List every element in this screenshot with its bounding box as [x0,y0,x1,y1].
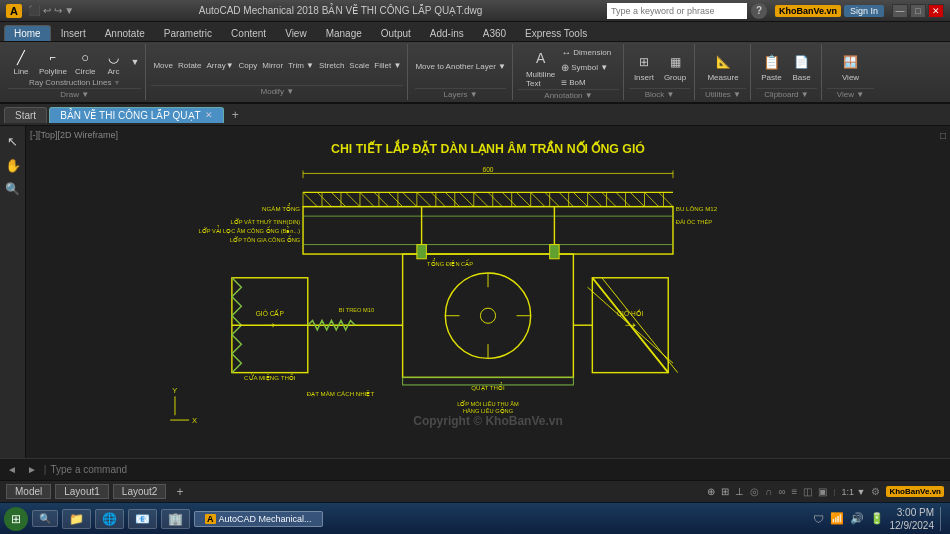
command-nav-right[interactable]: ► [24,464,40,475]
viewport-label: [-][Top][2D Wireframe] [30,130,118,140]
tab-annotate[interactable]: Annotate [96,26,154,41]
tab-insert[interactable]: Insert [52,26,95,41]
move-button[interactable]: Move [151,61,175,70]
draw-group-label: Draw ▼ [8,88,141,99]
grid-icon[interactable]: ⊞ [721,486,729,497]
clock-time[interactable]: 3:00 PM 12/9/2024 [890,506,935,532]
show-desktop-button[interactable] [940,507,946,531]
transparency-icon[interactable]: ◫ [803,486,812,497]
command-input[interactable] [50,464,946,475]
status-tab-layout2[interactable]: Layout2 [113,484,167,499]
circle-button[interactable]: ○ Circle [72,46,98,77]
close-button[interactable]: ✕ [928,4,944,18]
selection-icon[interactable]: ▣ [818,486,827,497]
multiline-text-button[interactable]: A MultilineText [524,45,557,89]
insert-block-button[interactable]: ⊞ Insert [630,50,658,83]
polyline-button[interactable]: ⌐ Polyline [36,46,70,77]
command-nav-left[interactable]: ◄ [4,464,20,475]
svg-text:600: 600 [482,166,493,173]
tab-manage[interactable]: Manage [317,26,371,41]
construction-lines-button[interactable]: Construction Lines [45,78,111,87]
status-tab-layout1[interactable]: Layout1 [55,484,109,499]
help-button[interactable]: ? [751,3,767,19]
workspace-icon[interactable]: ⚙ [871,486,880,497]
taskbar-teams[interactable]: 🏢 [161,509,190,529]
tab-a360[interactable]: A360 [474,26,515,41]
scale-button[interactable]: Scale [347,61,371,70]
rotate-button[interactable]: Rotate [176,61,204,70]
status-tab-model[interactable]: Model [6,484,51,499]
move-to-layer-button[interactable]: Move to Another Layer ▼ [415,62,506,71]
maximize-viewport-button[interactable]: □ [940,130,946,141]
svg-text:NGÀM TỔNG: NGÀM TỔNG [262,203,300,212]
tool-select[interactable]: ↖ [2,130,24,152]
tray-antivirus[interactable]: 🛡 [813,513,824,525]
tab-close-icon[interactable]: ✕ [205,110,213,120]
svg-text:BU LÔNG M12: BU LÔNG M12 [676,205,718,212]
tab-start[interactable]: Start [4,107,47,123]
osnap-icon[interactable]: ∩ [765,486,772,497]
minimize-button[interactable]: — [892,4,908,18]
tray-volume[interactable]: 🔊 [850,512,864,525]
copy-button[interactable]: Copy [237,61,260,70]
view-button[interactable]: 🪟 View [837,50,865,83]
ribbon-group-view: 🪟 View View ▼ [823,44,878,100]
tab-view[interactable]: View [276,26,316,41]
tool-zoom[interactable]: 🔍 [2,178,24,200]
file-tabs: Start BẢN VẼ THI CÔNG LẮP QUẠT ✕ + [0,104,950,126]
signin-button[interactable]: Sign In [844,5,884,17]
taskbar-file-explorer[interactable]: 📁 [62,509,91,529]
paste-button[interactable]: 📋 Paste [758,50,786,83]
svg-rect-77 [417,245,426,259]
arc-button[interactable]: ◡ Arc [100,46,126,77]
measure-button[interactable]: 📐 Measure [704,50,741,83]
layers-group-label: Layers ▼ [415,88,506,99]
clipboard-group-label: Clipboard ▼ [756,88,817,99]
dimension-button[interactable]: ↔ Dimension [559,46,613,59]
view-group-label: View ▼ [827,88,874,99]
ortho-icon[interactable]: ⊥ [735,486,744,497]
tab-output[interactable]: Output [372,26,420,41]
ribbon-content: ╱ Line ⌐ Polyline ○ Circle ◡ Arc ▼ [0,42,950,104]
base-button[interactable]: 📄 Base [788,50,816,83]
mirror-button[interactable]: Mirror [260,61,285,70]
new-tab-button[interactable]: + [226,106,245,124]
taskbar-browser[interactable]: 🌐 [95,509,124,529]
tool-pan[interactable]: ✋ [2,154,24,176]
tray-network[interactable]: 📶 [830,512,844,525]
fillet-button[interactable]: Fillet ▼ [372,61,403,70]
otrack-icon[interactable]: ∞ [778,486,785,497]
line-button[interactable]: ╱ Line [8,46,34,77]
linewt-icon[interactable]: ≡ [792,486,798,497]
group-button[interactable]: ▦ Group [661,50,689,83]
tab-parametric[interactable]: Parametric [155,26,221,41]
add-layout-button[interactable]: + [170,484,189,500]
bom-button[interactable]: ≡ BoM [559,76,613,89]
ribbon-group-annotation: A MultilineText ↔ Dimension ⊕ Symbol ▼ ≡… [514,44,624,100]
symbol-button[interactable]: ⊕ Symbol ▼ [559,61,613,74]
canvas-area[interactable]: [-][Top][2D Wireframe] □ CHI TIẾT LẮP ĐẶ… [26,126,950,458]
stretch-button[interactable]: Stretch [317,61,346,70]
svg-text:→: → [261,315,278,334]
tab-expresstools[interactable]: Express Tools [516,26,596,41]
maximize-button[interactable]: □ [910,4,926,18]
annotation-scale[interactable]: 1:1 ▼ [842,487,866,497]
taskbar-mail[interactable]: 📧 [128,509,157,529]
svg-text:ĐẠT MÀM CÁCH NHIỆT: ĐẠT MÀM CÁCH NHIỆT [307,390,375,398]
taskbar-search[interactable]: 🔍 [32,510,58,527]
array-button[interactable]: Array▼ [205,61,236,70]
tab-home[interactable]: Home [4,25,51,41]
search-input[interactable] [607,3,747,19]
status-bar: Model Layout1 Layout2 + ⊕ ⊞ ⊥ ◎ ∩ ∞ ≡ ◫ … [0,480,950,502]
tab-content[interactable]: Content [222,26,275,41]
tab-drawing[interactable]: BẢN VẼ THI CÔNG LẮP QUẠT ✕ [49,107,224,123]
tab-addins[interactable]: Add-ins [421,26,473,41]
tray-battery[interactable]: 🔋 [870,512,884,525]
taskbar-autocad[interactable]: A AutoCAD Mechanical... [194,511,323,527]
windows-start-button[interactable]: ⊞ [4,507,28,531]
ray-button[interactable]: Ray [29,78,43,87]
snap-icon[interactable]: ⊕ [707,486,715,497]
trim-button[interactable]: Trim ▼ [286,61,316,70]
polar-icon[interactable]: ◎ [750,486,759,497]
draw-more-button[interactable]: ▼ [128,56,141,68]
